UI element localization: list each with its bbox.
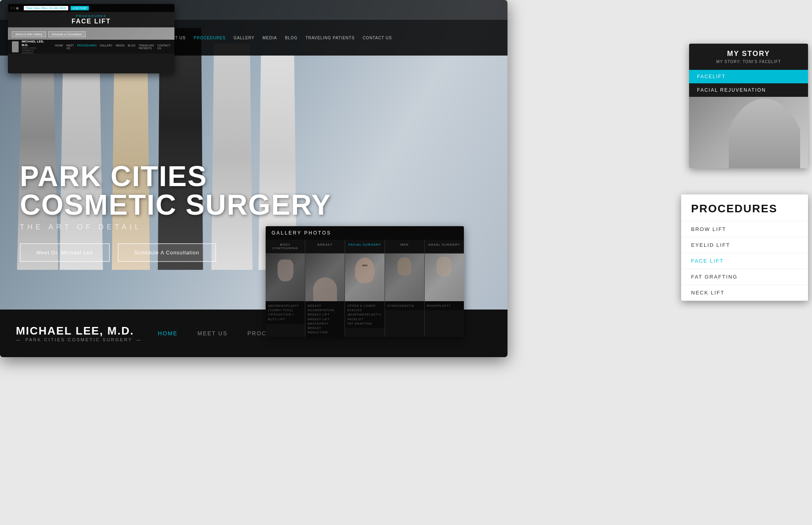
- gallery-img-body: [266, 254, 305, 301]
- small-practice-name: PARK CITIES COSMETIC SURGERY: [22, 47, 46, 54]
- breast-label-1: BREAST AUGMENTATION: [308, 304, 342, 312]
- gallery-categories: BODY CONTOURING BREAST FACIAL SURGERY ME…: [266, 240, 464, 254]
- men-label-1: GYNECOMASTIA: [387, 304, 422, 308]
- small-procedures-label: PROCEDURES: [12, 14, 170, 18]
- gallery-label-body: ABDOMINOPLASTY (TUMMY TUCK) LIPOSUCTION …: [266, 301, 305, 324]
- gallery-cat-facial[interactable]: FACIAL SURGERY: [345, 240, 385, 253]
- my-story-panel: MY STORY MY STORY: TONI'S FACELIFT FACEL…: [689, 44, 808, 168]
- procedures-panel-title: PROCEDURES: [691, 202, 798, 215]
- body-label-1: ABDOMINOPLASTY (TUMMY TUCK): [268, 304, 303, 312]
- gallery-img-men: [385, 254, 424, 301]
- footer-subtitle: PARK CITIES COSMETIC SURGERY: [16, 337, 142, 342]
- footer-nav-home[interactable]: HOME: [158, 330, 178, 337]
- nav-gallery[interactable]: GALLERY: [234, 36, 255, 40]
- main-nav-links: HOME MEET US PROCEDURES GALLERY MEDIA BL…: [144, 36, 392, 40]
- gallery-cat-body[interactable]: BODY CONTOURING: [266, 240, 305, 253]
- gallery-label-nasal: RHINOPLASTY: [425, 301, 464, 310]
- breast-shape: [313, 277, 337, 301]
- proc-face-lift[interactable]: FACE LIFT: [681, 253, 808, 269]
- facial-label-1: UPPER & LOWER EYELIDS (BLEPHAROPLASTY): [347, 304, 382, 317]
- gallery-panel-header: GALLERY PHOTOS: [266, 226, 464, 240]
- small-nav-links: HOME MEET US PROCEDURES GALLERY MEDIA BL…: [55, 44, 170, 50]
- proc-eyelid-lift[interactable]: EYELID LIFT: [681, 237, 808, 253]
- my-story-facelift[interactable]: FACELIFT: [689, 70, 808, 83]
- gallery-label-breast: BREAST AUGMENTATION BREAST LIFT BREAST L…: [305, 301, 345, 337]
- small-tw-icon: t: [13, 6, 14, 10]
- gallery-img-breast: [305, 254, 345, 301]
- proc-neck-lift[interactable]: NECK LIFT: [681, 285, 808, 301]
- my-story-header: MY STORY MY STORY: TONI'S FACELIFT: [689, 44, 808, 70]
- facial-label-3: FAT GRAFTING: [347, 321, 382, 326]
- nav-traveling[interactable]: TRAVELING PATIENTS: [305, 36, 354, 40]
- gallery-label-men: GYNECOMASTIA: [385, 301, 424, 310]
- my-story-facial-rejuvenation[interactable]: FACIAL REJUVENATION: [689, 83, 808, 97]
- nav-blog[interactable]: BLOG: [285, 36, 298, 40]
- small-nav-meetus[interactable]: MEET US: [66, 44, 74, 50]
- my-story-subtitle: MY STORY: TONI'S FACELIFT: [697, 60, 800, 64]
- small-facelift-label: FACE LIFT: [12, 18, 170, 25]
- small-site-buttons: Before & After Gallery Schedule a Consul…: [12, 31, 86, 37]
- small-topbar: f t ▣ Park Cities Office 214-382-9828 LI…: [8, 4, 174, 12]
- footer-logo: MICHAEL LEE, M.D. PARK CITIES COSMETIC S…: [16, 325, 142, 342]
- proc-fat-grafting[interactable]: FAT GRAFTING: [681, 269, 808, 285]
- gallery-col-body: ABDOMINOPLASTY (TUMMY TUCK) LIPOSUCTION …: [266, 254, 305, 337]
- nav-contact[interactable]: CONTACT US: [363, 36, 392, 40]
- gallery-cat-nasal[interactable]: NASAL SURGERY: [425, 240, 464, 253]
- gallery-title: GALLERY PHOTOS: [272, 230, 458, 236]
- small-phone-number: 214-382-9828: [48, 7, 66, 10]
- gallery-col-men: GYNECOMASTIA: [385, 254, 425, 337]
- small-nav-contact[interactable]: CONTACT US: [157, 44, 170, 50]
- gallery-img-facial: [345, 254, 384, 301]
- footer-doctor-name: MICHAEL LEE, M.D.: [16, 325, 142, 337]
- gallery-panel: GALLERY PHOTOS BODY CONTOURING BREAST FA…: [266, 226, 464, 337]
- small-avatar: [12, 41, 19, 52]
- men-shape: [398, 258, 412, 275]
- my-story-title: MY STORY: [697, 50, 800, 58]
- nasal-shape: [437, 257, 452, 277]
- gallery-label-facial: UPPER & LOWER EYELIDS (BLEPHAROPLASTY) F…: [345, 301, 384, 328]
- procedures-panel: PROCEDURES BROW LIFT EYELID LIFT FACE LI…: [681, 194, 808, 301]
- small-nav-home[interactable]: HOME: [55, 44, 63, 50]
- procedures-list: BROW LIFT EYELID LIFT FACE LIFT FAT GRAF…: [681, 221, 808, 301]
- footer-nav-meetus[interactable]: MEET US: [197, 330, 228, 337]
- small-nav-gallery[interactable]: GALLERY: [100, 44, 113, 50]
- meet-doctor-button[interactable]: Meet Dr. Michael Lee: [20, 243, 110, 262]
- small-site-header: PROCEDURES FACE LIFT: [8, 12, 174, 27]
- gallery-images: ABDOMINOPLASTY (TUMMY TUCK) LIPOSUCTION …: [266, 254, 464, 337]
- small-site-window: f t ▣ Park Cities Office 214-382-9828 LI…: [8, 4, 174, 73]
- small-fb-icon: f: [11, 6, 12, 10]
- small-consultation-btn[interactable]: Schedule a Consultation: [48, 31, 86, 37]
- gallery-col-facial: UPPER & LOWER EYELIDS (BLEPHAROPLASTY) F…: [345, 254, 385, 337]
- facial-label-2: FACELIFT: [347, 317, 382, 321]
- gallery-cat-men[interactable]: MEN: [385, 240, 425, 253]
- small-phone-label: Park Cities Office: [26, 7, 48, 10]
- hero-title: PARK CITIES COSMETIC SURGERY: [20, 162, 331, 219]
- gallery-img-nasal: [425, 254, 464, 301]
- breast-label-2: BREAST LIFT: [308, 312, 342, 317]
- proc-brow-lift[interactable]: BROW LIFT: [681, 221, 808, 237]
- small-nav-blog[interactable]: BLOG: [128, 44, 135, 50]
- small-hero: PROCEDURES FACE LIFT Before & After Gall…: [8, 12, 174, 40]
- small-before-after-btn[interactable]: Before & After Gallery: [12, 31, 46, 37]
- small-logo-text: MICHAEL LEE, M.D. PARK CITIES COSMETIC S…: [22, 40, 46, 54]
- nav-media[interactable]: MEDIA: [262, 36, 277, 40]
- procedures-panel-header: PROCEDURES: [681, 194, 808, 221]
- small-ig-icon: ▣: [16, 6, 19, 10]
- small-phone-badge: Park Cities Office 214-382-9828: [24, 6, 68, 10]
- nav-procedures[interactable]: PROCEDURES: [193, 36, 226, 40]
- small-nav-procedures[interactable]: PROCEDURES: [77, 44, 96, 50]
- small-social-icons: f t ▣: [11, 6, 19, 10]
- breast-label-4: BREAST REDUCTION: [308, 326, 342, 335]
- body-label-2: LIPOSUCTION / BUTT LIFT: [268, 312, 303, 321]
- small-nav-media[interactable]: MEDIA: [116, 44, 124, 50]
- small-doctor-name: MICHAEL LEE, M.D.: [22, 40, 46, 47]
- nasal-label-1: RHINOPLASTY: [427, 304, 462, 308]
- body-shape: [278, 260, 293, 281]
- gallery-cat-breast[interactable]: BREAST: [305, 240, 345, 253]
- schedule-consultation-button[interactable]: Schedule A Consultation: [118, 243, 216, 262]
- eye-shape: [362, 265, 368, 266]
- facial-shape: [355, 258, 375, 283]
- small-livechat: LIVE CHAT: [71, 6, 89, 10]
- small-nav-traveling[interactable]: TRAVELING PATIENTS: [139, 44, 154, 50]
- small-logo-bar: MICHAEL LEE, M.D. PARK CITIES COSMETIC S…: [8, 40, 174, 54]
